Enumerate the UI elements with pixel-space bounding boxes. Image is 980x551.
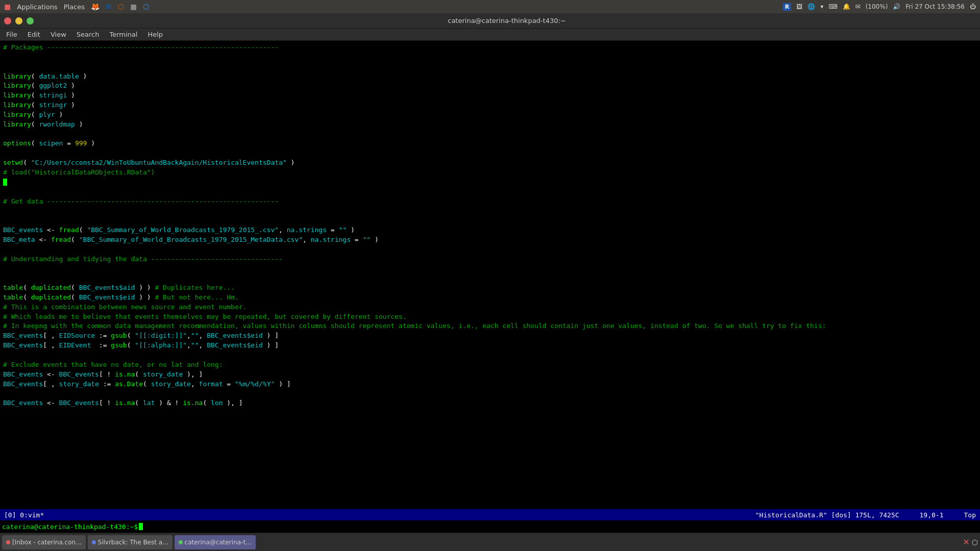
menu-edit[interactable]: Edit	[23, 30, 44, 39]
taskbar-item-terminal[interactable]: caterina@caterina-t...	[175, 535, 256, 549]
screenshot-icon: 🖼	[796, 3, 802, 10]
vim-statusbar: [0] 0:vim* "HistoricalData.R" [dos] 175L…	[0, 509, 980, 520]
network-icon: 🌐	[807, 3, 815, 10]
taskbar-item-browser[interactable]: Silvrback: The Best a...	[88, 535, 173, 549]
system-topbar: ■ Applications Places 🦊 ✉ ⬡ ■ ⬡ R 🖼 🌐 ▾ …	[0, 0, 980, 13]
menu-help[interactable]: Help	[143, 30, 167, 39]
battery-text: (100%)	[866, 3, 888, 10]
topbar-left: ■ Applications Places 🦊 ✉ ⬡ ■ ⬡	[4, 3, 149, 11]
taskbar-dot	[92, 540, 96, 544]
title-bar: caterina@caterina-thinkpad-t430:~	[0, 13, 980, 29]
firefox-icon[interactable]: 🦊	[91, 3, 100, 11]
window-title: caterina@caterina-thinkpad-t430:~	[38, 17, 976, 24]
menu-file[interactable]: File	[2, 30, 21, 39]
terminal-window: caterina@caterina-thinkpad-t430:~ File E…	[0, 13, 980, 551]
volume-icon: 🔊	[893, 3, 900, 10]
places-menu[interactable]: Places	[64, 3, 85, 11]
applications-menu[interactable]: Applications	[17, 3, 57, 11]
taskbar-dot	[179, 540, 183, 544]
cursor-block	[139, 523, 143, 530]
menu-view[interactable]: View	[46, 30, 70, 39]
taskbar: [Inbox - caterina.con... Silvrback: The …	[0, 533, 980, 551]
terminal-icon[interactable]: ■	[130, 3, 137, 11]
vim-file-info: "HistoricalData.R" [dos] 175L, 7425C	[755, 511, 899, 519]
topbar-right: R 🖼 🌐 ▾ ⌨ 🔔 ✉ (100%) 🔊 Fri 27 Oct 15:38:…	[783, 3, 976, 11]
prompt-text: caterina@caterina-thinkpad-t430:~$	[2, 523, 138, 531]
menu-search[interactable]: Search	[72, 30, 104, 39]
taskbar-item-email[interactable]: [Inbox - caterina.con...	[2, 535, 86, 549]
notification-icon: 🔔	[843, 3, 850, 10]
mail-icon: ✉	[855, 3, 861, 10]
vim-mode: [0] 0:vim*	[4, 511, 44, 519]
taskbar-close-icon[interactable]: ✕	[963, 537, 969, 547]
taskbar-email-label: [Inbox - caterina.con...	[12, 539, 82, 546]
close-button[interactable]	[4, 17, 11, 24]
vim-scroll: Top	[964, 511, 976, 519]
taskbar-expand-icon[interactable]: ⬡	[972, 538, 978, 546]
keyboard-icon: ⌨	[828, 3, 837, 10]
terminal-content[interactable]: # Packages -----------------------------…	[0, 41, 980, 509]
app-icon-3[interactable]: ⬡	[118, 3, 124, 11]
app-icon-5[interactable]: ⬡	[143, 3, 149, 11]
vim-status-right: "HistoricalData.R" [dos] 175L, 7425C 19,…	[755, 511, 976, 519]
ubuntu-icon: ■	[4, 3, 11, 11]
datetime: Fri 27 Oct 15:38:56	[905, 3, 965, 10]
thunderbird-icon[interactable]: ✉	[106, 3, 112, 11]
shutdown-icon: ⏻	[970, 3, 976, 10]
r-icon: R	[783, 3, 791, 11]
maximize-button[interactable]	[27, 17, 34, 24]
menu-terminal[interactable]: Terminal	[105, 30, 141, 39]
menu-bar: File Edit View Search Terminal Help	[0, 29, 980, 41]
minimize-button[interactable]	[15, 17, 22, 24]
command-bar[interactable]: caterina@caterina-thinkpad-t430:~$	[0, 520, 980, 533]
taskbar-terminal-label: caterina@caterina-t...	[185, 539, 252, 546]
taskbar-dot	[6, 540, 10, 544]
vim-position: 19,0-1	[920, 511, 944, 519]
taskbar-browser-label: Silvrback: The Best a...	[98, 539, 168, 546]
dropdown-icon: ▾	[820, 3, 823, 10]
